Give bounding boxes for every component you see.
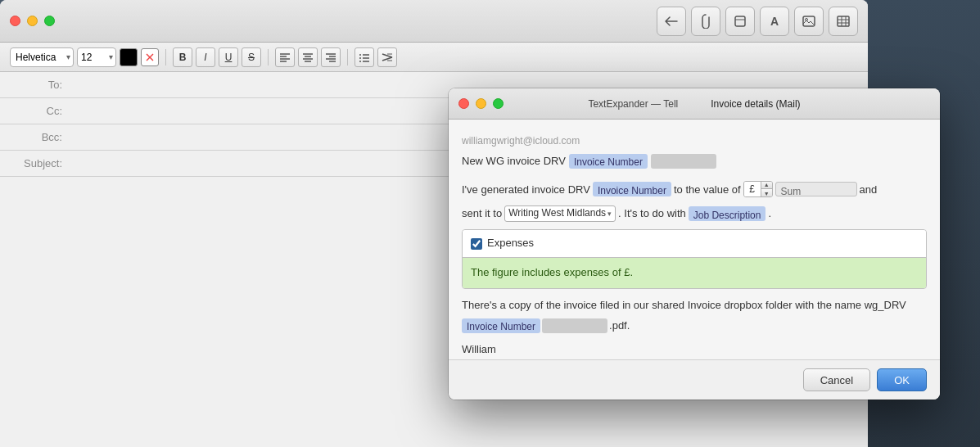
table-button[interactable]	[829, 7, 858, 36]
text-color-swatch[interactable]	[120, 48, 138, 66]
te-dropdown-org[interactable]: Writing West Midlands	[504, 205, 616, 222]
svg-rect-0	[735, 16, 745, 26]
te-subject-prefix: New WG invoice DRV	[462, 153, 566, 170]
photo-icon	[802, 16, 815, 27]
te-minimize-button[interactable]	[476, 98, 486, 109]
te-sig-name: William	[462, 341, 927, 359]
svg-line-29	[382, 54, 392, 57]
ok-button[interactable]: OK	[877, 368, 927, 391]
align-left-button[interactable]	[275, 47, 295, 67]
te-subject-field2	[651, 154, 716, 169]
svg-rect-4	[838, 16, 849, 26]
underline-button[interactable]: U	[219, 47, 238, 67]
te-body-sent-end: .	[768, 204, 771, 223]
indent-button[interactable]	[377, 47, 397, 67]
cc-label: Cc:	[13, 105, 62, 117]
te-footer-invoice-field[interactable]: Invoice Number	[462, 318, 540, 333]
te-footer-pre: There's a copy of the invoice filed in o…	[462, 299, 906, 311]
te-stepper-arrows: ▲ ▼	[761, 181, 772, 197]
te-button-row: Cancel OK	[449, 359, 940, 400]
divider-2	[268, 49, 269, 65]
cancel-button[interactable]: Cancel	[803, 368, 870, 391]
divider-1	[165, 49, 166, 65]
te-sum-box[interactable]: Sum	[775, 182, 857, 196]
te-stepper-down[interactable]: ▼	[761, 189, 772, 197]
attachment-button[interactable]	[691, 7, 720, 36]
te-expenses-label: Expenses	[487, 235, 534, 252]
to-label: To:	[13, 79, 62, 91]
te-body-line2: sent it to Writing West Midlands . It's …	[462, 204, 927, 223]
font-button[interactable]: A	[760, 7, 789, 36]
attachment-icon	[700, 14, 711, 29]
size-select[interactable]: 12	[77, 47, 116, 67]
te-stepper-up[interactable]: ▲	[761, 181, 772, 189]
align-center-button[interactable]	[298, 47, 318, 67]
te-expenses-text: The figure includes expenses of £.	[471, 266, 633, 278]
bold-button[interactable]: B	[173, 47, 192, 67]
divider-3	[347, 49, 348, 65]
zoom-button[interactable]	[44, 16, 55, 26]
compose-icon	[734, 15, 747, 28]
font-icon: A	[770, 15, 779, 28]
te-subject-row: New WG invoice DRV Invoice Number	[462, 153, 927, 170]
text-color-clear[interactable]	[141, 48, 159, 66]
mail-toolbar-right: A	[657, 7, 858, 36]
te-email-preview: williamgwright@icloud.com	[462, 133, 927, 150]
te-title-right[interactable]: Invoice details (Mail)	[711, 98, 800, 110]
te-currency-stepper[interactable]: £ ▲ ▼	[743, 181, 773, 197]
te-body-pre: I've generated invoice DRV	[462, 180, 590, 199]
te-body-invoice-field[interactable]: Invoice Number	[593, 182, 671, 196]
te-body-mid: to the value of	[674, 180, 741, 199]
te-email-address: williamgwright@icloud.com	[462, 135, 580, 147]
te-traffic-lights	[458, 98, 504, 109]
minimize-button[interactable]	[27, 16, 38, 26]
mail-titlebar: A	[0, 0, 868, 43]
table-icon	[837, 16, 850, 27]
te-footer-end: .pdf.	[609, 318, 630, 335]
te-expenses-checkbox[interactable]	[471, 238, 482, 250]
strikethrough-button[interactable]: S	[242, 47, 261, 67]
font-selector-wrap: Helvetica	[10, 47, 74, 67]
te-zoom-button[interactable]	[493, 98, 504, 109]
align-right-button[interactable]	[321, 47, 341, 67]
svg-rect-2	[803, 16, 815, 26]
svg-line-30	[382, 57, 392, 61]
back-button[interactable]	[657, 7, 686, 36]
te-close-button[interactable]	[458, 98, 469, 109]
close-button[interactable]	[10, 16, 20, 26]
te-title-area: TextExpander — Tell Invoice details (Mai…	[588, 98, 800, 110]
format-bar: Helvetica 12 B I U S	[0, 43, 868, 72]
te-subject-invoice-field[interactable]: Invoice Number	[569, 154, 648, 169]
te-filename-row: Invoice Number .pdf.	[462, 318, 927, 335]
size-selector-wrap: 12	[77, 47, 116, 67]
te-body-job-field[interactable]: Job Description	[689, 206, 766, 221]
te-footer-field2	[542, 318, 607, 333]
te-dropdown-label: Writing West Midlands	[508, 205, 606, 223]
te-body-sent-mid: . It's to do with	[618, 204, 686, 223]
list-button[interactable]	[355, 47, 374, 67]
te-currency-val: £	[744, 181, 761, 197]
compose-button[interactable]	[725, 7, 755, 36]
photo-button[interactable]	[794, 7, 824, 36]
bcc-label: Bcc:	[13, 131, 62, 143]
te-body-sent-pre: sent it to	[462, 204, 502, 223]
subject-label: Subject:	[13, 157, 62, 169]
svg-point-27	[359, 61, 361, 62]
te-expenses-section: Expenses The figure includes expenses of…	[462, 229, 927, 289]
svg-point-23	[359, 54, 361, 56]
te-window: TextExpander — Tell Invoice details (Mai…	[449, 88, 940, 400]
font-select[interactable]: Helvetica	[10, 47, 74, 67]
te-title-left[interactable]: TextExpander — Tell	[588, 98, 678, 110]
back-icon	[665, 16, 678, 27]
te-content: williamgwright@icloud.com New WG invoice…	[449, 120, 940, 359]
te-body-line1: I've generated invoice DRV Invoice Numbe…	[462, 180, 927, 199]
te-footer-text: There's a copy of the invoice filed in o…	[462, 297, 927, 314]
te-body-and: and	[860, 180, 878, 199]
italic-button[interactable]: I	[196, 47, 215, 67]
te-expenses-header: Expenses	[463, 230, 926, 258]
te-signature: William x	[462, 341, 927, 359]
svg-point-25	[359, 57, 361, 59]
te-expenses-body: The figure includes expenses of £.	[463, 258, 926, 288]
te-titlebar: TextExpander — Tell Invoice details (Mai…	[449, 88, 940, 120]
